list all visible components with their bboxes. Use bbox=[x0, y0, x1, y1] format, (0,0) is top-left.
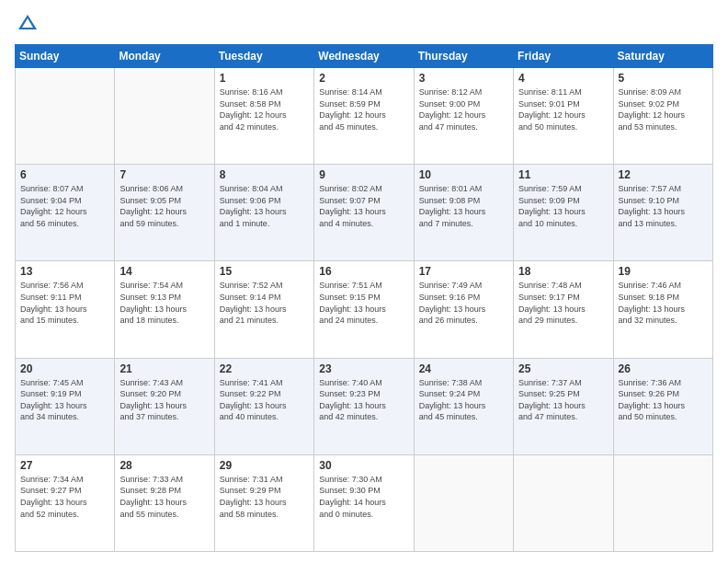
day-info: Sunrise: 7:59 AM Sunset: 9:09 PM Dayligh… bbox=[518, 183, 608, 229]
calendar-cell: 18Sunrise: 7:48 AM Sunset: 9:17 PM Dayli… bbox=[514, 261, 613, 358]
calendar-cell: 20Sunrise: 7:45 AM Sunset: 9:19 PM Dayli… bbox=[16, 358, 115, 454]
calendar-row-0: 1Sunrise: 8:16 AM Sunset: 8:58 PM Daylig… bbox=[16, 68, 713, 165]
calendar-cell: 13Sunrise: 7:56 AM Sunset: 9:11 PM Dayli… bbox=[16, 261, 115, 358]
day-info: Sunrise: 7:31 AM Sunset: 9:29 PM Dayligh… bbox=[220, 474, 309, 520]
calendar-cell: 11Sunrise: 7:59 AM Sunset: 9:09 PM Dayli… bbox=[514, 165, 613, 261]
day-number: 1 bbox=[220, 72, 309, 85]
day-number: 22 bbox=[220, 362, 309, 375]
day-info: Sunrise: 7:41 AM Sunset: 9:22 PM Dayligh… bbox=[220, 377, 309, 423]
weekday-header-thursday: Thursday bbox=[414, 45, 513, 68]
calendar-cell: 14Sunrise: 7:54 AM Sunset: 9:13 PM Dayli… bbox=[115, 261, 214, 358]
day-number: 3 bbox=[419, 72, 508, 85]
page: SundayMondayTuesdayWednesdayThursdayFrid… bbox=[0, 0, 728, 563]
day-info: Sunrise: 7:34 AM Sunset: 9:27 PM Dayligh… bbox=[20, 474, 109, 520]
calendar-cell: 16Sunrise: 7:51 AM Sunset: 9:15 PM Dayli… bbox=[314, 261, 414, 358]
day-info: Sunrise: 7:57 AM Sunset: 9:10 PM Dayligh… bbox=[619, 183, 708, 229]
day-number: 14 bbox=[119, 265, 209, 278]
weekday-header-tuesday: Tuesday bbox=[214, 45, 313, 68]
calendar-cell: 4Sunrise: 8:11 AM Sunset: 9:01 PM Daylig… bbox=[514, 68, 613, 165]
calendar-cell: 12Sunrise: 7:57 AM Sunset: 9:10 PM Dayli… bbox=[613, 165, 712, 261]
calendar-cell bbox=[115, 68, 214, 165]
day-number: 19 bbox=[619, 265, 708, 278]
day-number: 30 bbox=[319, 459, 408, 472]
calendar-cell: 22Sunrise: 7:41 AM Sunset: 9:22 PM Dayli… bbox=[214, 358, 313, 454]
calendar-cell: 28Sunrise: 7:33 AM Sunset: 9:28 PM Dayli… bbox=[115, 454, 214, 551]
calendar-cell: 25Sunrise: 7:37 AM Sunset: 9:25 PM Dayli… bbox=[514, 358, 613, 454]
day-info: Sunrise: 8:07 AM Sunset: 9:04 PM Dayligh… bbox=[20, 183, 109, 229]
day-info: Sunrise: 8:04 AM Sunset: 9:06 PM Dayligh… bbox=[220, 183, 309, 229]
calendar-cell: 26Sunrise: 7:36 AM Sunset: 9:26 PM Dayli… bbox=[613, 358, 712, 454]
day-number: 8 bbox=[220, 168, 309, 181]
calendar-cell: 3Sunrise: 8:12 AM Sunset: 9:00 PM Daylig… bbox=[414, 68, 513, 165]
calendar-cell: 10Sunrise: 8:01 AM Sunset: 9:08 PM Dayli… bbox=[414, 165, 513, 261]
header bbox=[15, 11, 713, 37]
calendar-cell: 24Sunrise: 7:38 AM Sunset: 9:24 PM Dayli… bbox=[414, 358, 513, 454]
day-number: 2 bbox=[319, 72, 408, 85]
calendar-cell bbox=[16, 68, 115, 165]
day-number: 20 bbox=[20, 362, 109, 375]
day-number: 29 bbox=[220, 459, 309, 472]
logo-icon bbox=[15, 11, 40, 37]
day-number: 4 bbox=[518, 72, 608, 85]
day-number: 16 bbox=[319, 265, 408, 278]
calendar-row-1: 6Sunrise: 8:07 AM Sunset: 9:04 PM Daylig… bbox=[16, 165, 713, 261]
calendar-cell: 30Sunrise: 7:30 AM Sunset: 9:30 PM Dayli… bbox=[314, 454, 414, 551]
day-number: 28 bbox=[119, 459, 209, 472]
calendar-cell: 15Sunrise: 7:52 AM Sunset: 9:14 PM Dayli… bbox=[214, 261, 313, 358]
day-info: Sunrise: 7:30 AM Sunset: 9:30 PM Dayligh… bbox=[319, 474, 408, 520]
calendar-row-4: 27Sunrise: 7:34 AM Sunset: 9:27 PM Dayli… bbox=[16, 454, 713, 551]
calendar-table: SundayMondayTuesdayWednesdayThursdayFrid… bbox=[15, 44, 713, 552]
calendar-cell bbox=[613, 454, 712, 551]
calendar-cell: 29Sunrise: 7:31 AM Sunset: 9:29 PM Dayli… bbox=[214, 454, 313, 551]
weekday-header-sunday: Sunday bbox=[16, 45, 115, 68]
day-number: 10 bbox=[419, 168, 508, 181]
day-number: 6 bbox=[20, 168, 109, 181]
calendar-cell: 2Sunrise: 8:14 AM Sunset: 8:59 PM Daylig… bbox=[314, 68, 414, 165]
day-info: Sunrise: 8:02 AM Sunset: 9:07 PM Dayligh… bbox=[319, 183, 408, 229]
day-number: 13 bbox=[20, 265, 109, 278]
weekday-header-monday: Monday bbox=[115, 45, 214, 68]
day-info: Sunrise: 7:52 AM Sunset: 9:14 PM Dayligh… bbox=[220, 280, 309, 326]
day-number: 7 bbox=[119, 168, 209, 181]
calendar-cell: 23Sunrise: 7:40 AM Sunset: 9:23 PM Dayli… bbox=[314, 358, 414, 454]
day-info: Sunrise: 8:11 AM Sunset: 9:01 PM Dayligh… bbox=[518, 86, 608, 132]
day-info: Sunrise: 7:38 AM Sunset: 9:24 PM Dayligh… bbox=[419, 377, 508, 423]
day-info: Sunrise: 8:06 AM Sunset: 9:05 PM Dayligh… bbox=[119, 183, 209, 229]
calendar-cell: 5Sunrise: 8:09 AM Sunset: 9:02 PM Daylig… bbox=[613, 68, 712, 165]
calendar-cell bbox=[514, 454, 613, 551]
weekday-header-wednesday: Wednesday bbox=[314, 45, 414, 68]
calendar-row-3: 20Sunrise: 7:45 AM Sunset: 9:19 PM Dayli… bbox=[16, 358, 713, 454]
day-number: 9 bbox=[319, 168, 408, 181]
day-info: Sunrise: 8:09 AM Sunset: 9:02 PM Dayligh… bbox=[619, 86, 708, 132]
day-number: 24 bbox=[419, 362, 508, 375]
day-number: 25 bbox=[518, 362, 608, 375]
day-info: Sunrise: 7:43 AM Sunset: 9:20 PM Dayligh… bbox=[119, 377, 209, 423]
day-number: 5 bbox=[619, 72, 708, 85]
calendar-cell: 19Sunrise: 7:46 AM Sunset: 9:18 PM Dayli… bbox=[613, 261, 712, 358]
calendar-cell: 6Sunrise: 8:07 AM Sunset: 9:04 PM Daylig… bbox=[16, 165, 115, 261]
day-info: Sunrise: 7:45 AM Sunset: 9:19 PM Dayligh… bbox=[20, 377, 109, 423]
weekday-header-saturday: Saturday bbox=[613, 45, 712, 68]
day-info: Sunrise: 7:51 AM Sunset: 9:15 PM Dayligh… bbox=[319, 280, 408, 326]
logo bbox=[15, 11, 44, 37]
day-number: 17 bbox=[419, 265, 508, 278]
day-info: Sunrise: 8:16 AM Sunset: 8:58 PM Dayligh… bbox=[220, 86, 309, 132]
day-number: 18 bbox=[518, 265, 608, 278]
day-number: 26 bbox=[619, 362, 708, 375]
day-info: Sunrise: 7:48 AM Sunset: 9:17 PM Dayligh… bbox=[518, 280, 608, 326]
day-info: Sunrise: 7:36 AM Sunset: 9:26 PM Dayligh… bbox=[619, 377, 708, 423]
day-info: Sunrise: 7:54 AM Sunset: 9:13 PM Dayligh… bbox=[119, 280, 209, 326]
calendar-cell: 27Sunrise: 7:34 AM Sunset: 9:27 PM Dayli… bbox=[16, 454, 115, 551]
calendar-cell: 21Sunrise: 7:43 AM Sunset: 9:20 PM Dayli… bbox=[115, 358, 214, 454]
day-info: Sunrise: 7:33 AM Sunset: 9:28 PM Dayligh… bbox=[119, 474, 209, 520]
day-info: Sunrise: 7:49 AM Sunset: 9:16 PM Dayligh… bbox=[419, 280, 508, 326]
calendar-cell: 9Sunrise: 8:02 AM Sunset: 9:07 PM Daylig… bbox=[314, 165, 414, 261]
calendar-cell bbox=[414, 454, 513, 551]
day-number: 21 bbox=[119, 362, 209, 375]
weekday-header-friday: Friday bbox=[514, 45, 613, 68]
day-info: Sunrise: 7:56 AM Sunset: 9:11 PM Dayligh… bbox=[20, 280, 109, 326]
calendar-cell: 7Sunrise: 8:06 AM Sunset: 9:05 PM Daylig… bbox=[115, 165, 214, 261]
day-info: Sunrise: 7:37 AM Sunset: 9:25 PM Dayligh… bbox=[518, 377, 608, 423]
day-number: 11 bbox=[518, 168, 608, 181]
day-number: 27 bbox=[20, 459, 109, 472]
